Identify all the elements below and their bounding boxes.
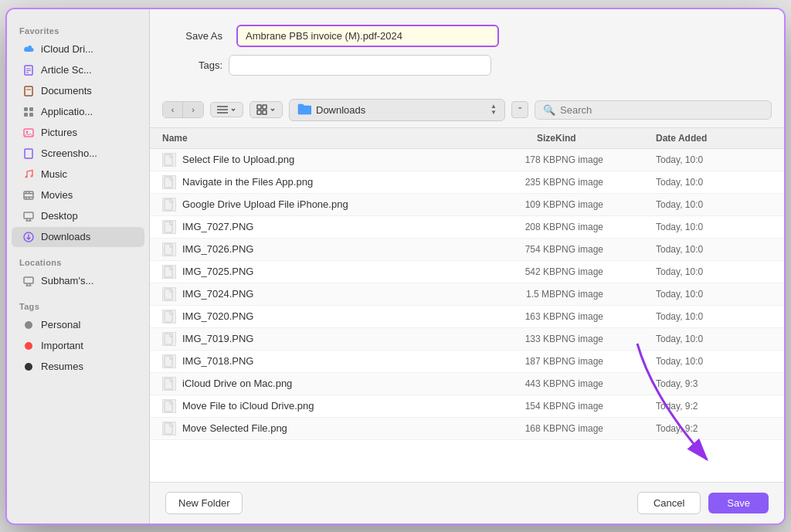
- file-kind: PNG image: [555, 401, 656, 412]
- file-size: 754 KB: [478, 244, 555, 255]
- table-row[interactable]: Google Drive Upload File iPhone.png 109 …: [150, 194, 784, 216]
- search-input[interactable]: [560, 104, 763, 116]
- favorites-section-label: Favorites: [7, 22, 149, 39]
- svg-point-33: [25, 363, 32, 371]
- file-date: Today, 10:0: [656, 244, 772, 255]
- sidebar-item-movies[interactable]: Movies: [12, 185, 144, 205]
- file-name-cell: Move Selected File.png: [162, 422, 478, 435]
- file-size: 542 KB: [478, 266, 555, 277]
- header-size: Size: [478, 133, 555, 144]
- tags-row: Tags:: [168, 55, 766, 76]
- table-row[interactable]: IMG_7027.PNG 208 KB PNG image Today, 10:…: [150, 216, 784, 239]
- svg-rect-7: [29, 107, 33, 111]
- sidebar-item-documents[interactable]: Documents: [12, 81, 144, 101]
- file-date: Today, 10:0: [656, 222, 772, 232]
- forward-button[interactable]: ›: [183, 102, 203, 117]
- sidebar-item-desktop[interactable]: Desktop: [12, 206, 144, 226]
- sidebar-item-screenshots[interactable]: Screensho...: [12, 144, 144, 164]
- save-button[interactable]: Save: [708, 493, 769, 513]
- sidebar-item-resumes[interactable]: Resumes: [12, 357, 144, 377]
- svg-point-11: [26, 130, 29, 133]
- table-row[interactable]: Select File to Upload.png 178 KB PNG ima…: [150, 149, 784, 171]
- file-kind: PNG image: [555, 289, 656, 300]
- file-kind: PNG image: [555, 334, 656, 344]
- movies-icon: [22, 189, 35, 202]
- file-list-header: Name Size Kind Date Added: [150, 128, 784, 149]
- sidebar-item-applications[interactable]: Applicatio...: [12, 102, 144, 122]
- new-folder-button[interactable]: New Folder: [165, 492, 243, 514]
- computer-icon: [22, 275, 35, 287]
- file-thumb: [162, 242, 176, 256]
- svg-point-32: [25, 342, 32, 350]
- save-as-input[interactable]: [236, 25, 499, 47]
- svg-rect-44: [165, 222, 172, 232]
- file-name: iCloud Drive on Mac.png: [182, 378, 292, 389]
- grid-view-button[interactable]: [250, 101, 283, 118]
- table-row[interactable]: Move File to iCloud Drive.png 154 KB PNG…: [150, 395, 784, 418]
- cancel-button[interactable]: Cancel: [637, 492, 701, 514]
- tags-input[interactable]: [229, 55, 491, 76]
- button-group: Cancel Save: [637, 492, 769, 514]
- collapse-button[interactable]: ⌃: [511, 101, 528, 118]
- file-name-cell: IMG_7018.PNG: [162, 354, 478, 368]
- file-name-cell: Google Drive Upload File iPhone.png: [162, 198, 478, 212]
- file-name: IMG_7026.PNG: [182, 243, 254, 255]
- svg-rect-53: [165, 423, 172, 434]
- file-name-cell: IMG_7026.PNG: [162, 242, 478, 256]
- grid-view-icon: [256, 104, 267, 115]
- file-date: Today, 10:0: [656, 334, 772, 344]
- svg-rect-12: [25, 149, 32, 158]
- list-view-button[interactable]: [210, 102, 243, 117]
- file-thumb: [162, 422, 176, 435]
- svg-rect-6: [24, 107, 28, 111]
- sidebar-item-icloud[interactable]: iCloud Dri...: [12, 39, 144, 59]
- svg-rect-41: [165, 154, 172, 165]
- svg-rect-40: [263, 110, 266, 114]
- svg-rect-21: [29, 198, 30, 199]
- table-row[interactable]: Navigate in the Files App.png 235 KB PNG…: [150, 171, 784, 194]
- file-size: 168 KB: [478, 423, 555, 434]
- sidebar-item-article[interactable]: Article Sc...: [12, 60, 144, 80]
- sidebar-item-resumes-label: Resumes: [41, 361, 83, 372]
- file-size: 163 KB: [478, 311, 555, 322]
- file-name-cell: IMG_7027.PNG: [162, 220, 478, 234]
- table-row[interactable]: IMG_7026.PNG 754 KB PNG image Today, 10:…: [150, 239, 784, 261]
- locations-section-label: Locations: [7, 253, 149, 270]
- table-row[interactable]: IMG_7018.PNG 187 KB PNG image Today, 10:…: [150, 351, 784, 373]
- file-kind: PNG image: [555, 311, 656, 322]
- header-date: Date Added: [656, 133, 772, 144]
- file-size: 443 KB: [478, 378, 555, 389]
- file-kind: PNG image: [555, 378, 656, 389]
- svg-rect-9: [29, 113, 33, 117]
- save-dialog: Favorites iCloud Dri... Article Sc... Do…: [5, 8, 786, 525]
- article-icon: [22, 64, 35, 76]
- grid-chevron-icon: [270, 107, 276, 113]
- sidebar-item-music[interactable]: Music: [12, 164, 144, 185]
- file-date: Today, 9:2: [656, 423, 772, 434]
- svg-rect-27: [24, 277, 33, 283]
- file-date: Today, 10:0: [656, 356, 772, 367]
- file-kind: PNG image: [555, 423, 656, 434]
- back-button[interactable]: ‹: [163, 102, 183, 117]
- sidebar-item-pictures[interactable]: Pictures: [12, 123, 144, 143]
- location-selector[interactable]: Downloads ▲ ▼: [289, 99, 505, 121]
- screenshots-icon: [22, 147, 35, 160]
- nav-group: ‹ ›: [162, 101, 204, 118]
- documents-icon: [22, 85, 35, 97]
- sidebar-item-subhams[interactable]: Subham's...: [12, 271, 144, 291]
- table-row[interactable]: IMG_7025.PNG 542 KB PNG image Today, 10:…: [150, 261, 784, 283]
- file-name: IMG_7025.PNG: [182, 266, 254, 277]
- file-size: 187 KB: [478, 356, 555, 367]
- svg-rect-49: [165, 334, 172, 344]
- table-row[interactable]: IMG_7020.PNG 163 KB PNG image Today, 10:…: [150, 306, 784, 328]
- table-row[interactable]: Move Selected File.png 168 KB PNG image …: [150, 418, 784, 440]
- sidebar-item-personal[interactable]: Personal: [12, 315, 144, 335]
- downloads-sidebar-icon: [22, 231, 35, 243]
- sidebar-item-downloads[interactable]: Downloads: [12, 227, 144, 247]
- svg-rect-43: [165, 199, 172, 210]
- table-row[interactable]: IMG_7024.PNG 1.5 MB PNG image Today, 10:…: [150, 283, 784, 306]
- table-row[interactable]: iCloud Drive on Mac.png 443 KB PNG image…: [150, 373, 784, 395]
- sidebar-item-important[interactable]: Important: [12, 336, 144, 356]
- table-row[interactable]: IMG_7019.PNG 133 KB PNG image Today, 10:…: [150, 328, 784, 351]
- file-date: Today, 9:2: [656, 401, 772, 412]
